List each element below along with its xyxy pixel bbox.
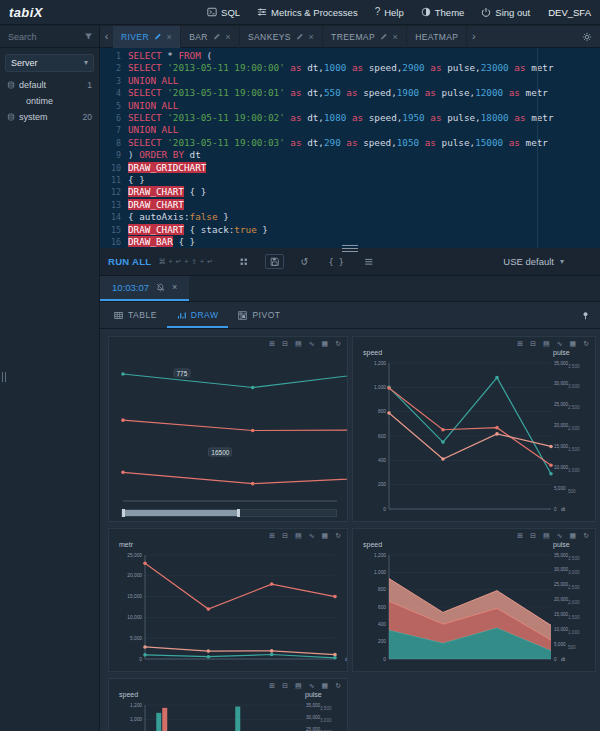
switch-bar-icon[interactable]: ⊟ bbox=[282, 682, 288, 690]
session-tab[interactable]: 10:03:07 × bbox=[100, 276, 189, 301]
braces-icon[interactable]: { } bbox=[318, 254, 353, 270]
restore-icon[interactable]: ↻ bbox=[335, 682, 341, 690]
switch-bar-icon[interactable]: ⊟ bbox=[282, 532, 288, 540]
pencil-icon[interactable] bbox=[213, 33, 221, 41]
grid-view-icon[interactable]: ▦ bbox=[570, 340, 577, 348]
svg-text:500: 500 bbox=[568, 645, 576, 650]
close-icon[interactable]: × bbox=[225, 32, 231, 42]
close-icon[interactable]: × bbox=[308, 32, 314, 42]
run-shortcut-hint: ⌘ + ↵ + ⇧ + ↵ bbox=[158, 258, 213, 266]
tree-item-label: ontime bbox=[26, 96, 53, 106]
tabs-scroll-right-icon[interactable]: › bbox=[467, 31, 480, 42]
svg-text:20,000: 20,000 bbox=[554, 597, 568, 602]
query-tab-bar[interactable]: BAR× bbox=[181, 26, 240, 48]
data-zoom-slider[interactable] bbox=[121, 509, 337, 517]
svg-text:200: 200 bbox=[378, 482, 386, 487]
svg-text:500: 500 bbox=[568, 489, 576, 494]
query-tab-river[interactable]: RIVER× bbox=[113, 26, 181, 48]
restore-icon[interactable]: ↻ bbox=[335, 340, 341, 348]
run-toolbar: RUN ALL ⌘ + ↵ + ⇧ + ↵ ↺{ } USE default ▾ bbox=[100, 248, 600, 276]
data-view-icon[interactable]: ▤ bbox=[543, 340, 550, 348]
switch-bar-icon[interactable]: ⊟ bbox=[282, 340, 288, 348]
svg-text:35,000: 35,000 bbox=[554, 361, 568, 366]
code-line-text: DRAW_BAR { } bbox=[128, 236, 195, 248]
result-session-tabs: 10:03:07 × bbox=[100, 276, 600, 302]
run-all-button[interactable]: RUN ALL bbox=[108, 256, 151, 267]
format-icon[interactable] bbox=[229, 254, 259, 270]
query-tab-heatmap[interactable]: HEATMAP bbox=[407, 26, 467, 48]
result-tab-table[interactable]: TABLE bbox=[104, 302, 167, 328]
data-view-icon[interactable]: ▤ bbox=[295, 532, 302, 540]
pencil-icon[interactable] bbox=[154, 33, 162, 41]
restore-icon[interactable]: ↻ bbox=[583, 340, 589, 348]
code-line-text: { autoAxis:false } bbox=[128, 211, 229, 223]
use-database-select[interactable]: USE default ▾ bbox=[503, 256, 564, 267]
svg-text:25,000: 25,000 bbox=[127, 553, 142, 558]
sql-editor[interactable]: 1SELECT * FROM (2SELECT '2013-05-11 19:0… bbox=[100, 48, 600, 248]
line-number: 15 bbox=[100, 224, 128, 236]
grid-view-icon[interactable]: ▦ bbox=[322, 532, 329, 540]
switch-bar-icon[interactable]: ⊟ bbox=[530, 340, 536, 348]
query-tab-sankeys[interactable]: SANKEYS× bbox=[240, 26, 323, 48]
switch-bar-icon[interactable]: ⊟ bbox=[530, 532, 536, 540]
switch-line-icon[interactable]: ∿ bbox=[557, 340, 563, 348]
server-select[interactable]: Server ▾ bbox=[5, 54, 94, 72]
sidebar-resize-handle[interactable] bbox=[2, 372, 6, 382]
switch-line-icon[interactable]: ∿ bbox=[309, 340, 315, 348]
switch-chart-icon[interactable]: ⊞ bbox=[269, 682, 275, 690]
topnav-sign-out-label: Sing out bbox=[495, 7, 530, 18]
environment-label: DEV_SFA bbox=[530, 7, 600, 18]
line-number: 9 bbox=[100, 149, 128, 161]
axis-title-right: pulse bbox=[553, 349, 570, 356]
filter-icon[interactable] bbox=[84, 32, 93, 41]
history-icon[interactable]: ↺ bbox=[290, 254, 318, 270]
pencil-icon[interactable] bbox=[380, 33, 388, 41]
close-icon[interactable]: × bbox=[166, 32, 172, 42]
chart-toolbox: ⊞⊟▤∿▦↻ bbox=[517, 532, 589, 540]
switch-line-icon[interactable]: ∿ bbox=[309, 682, 315, 690]
data-view-icon[interactable]: ▤ bbox=[295, 682, 302, 690]
pencil-icon[interactable] bbox=[296, 33, 304, 41]
request-list-icon[interactable] bbox=[354, 254, 384, 270]
tabs-scroll-left-icon[interactable]: ‹ bbox=[100, 31, 113, 42]
grid-view-icon[interactable]: ▦ bbox=[322, 340, 329, 348]
tabs-settings-gear-icon[interactable] bbox=[574, 32, 600, 42]
grid-view-icon[interactable]: ▦ bbox=[322, 682, 329, 690]
switch-chart-icon[interactable]: ⊞ bbox=[269, 532, 275, 540]
editor-resize-handle[interactable] bbox=[342, 243, 358, 252]
result-tab-draw[interactable]: DRAW bbox=[167, 302, 229, 328]
topnav-metrics-processes[interactable]: Metrics & Processes bbox=[257, 7, 358, 18]
query-tab-treemap[interactable]: TREEMAP× bbox=[323, 26, 407, 48]
topnav-sql[interactable]: SQL bbox=[207, 7, 240, 18]
sidebar-item-system[interactable]: system20 bbox=[0, 109, 99, 125]
sidebar-item-ontime[interactable]: ontime bbox=[0, 93, 99, 109]
charts-grid: ⊞⊟▤∿▦↻77516500⊞⊟▤∿▦↻speedpulse1,2001,000… bbox=[100, 329, 600, 731]
search-input[interactable] bbox=[6, 31, 84, 43]
pin-icon[interactable] bbox=[581, 311, 600, 320]
save-icon[interactable] bbox=[265, 254, 285, 270]
restore-icon[interactable]: ↻ bbox=[583, 532, 589, 540]
bell-off-icon[interactable] bbox=[156, 283, 165, 292]
switch-chart-icon[interactable]: ⊞ bbox=[517, 340, 523, 348]
chart-annotation: 775 bbox=[173, 368, 190, 377]
grid-view-icon[interactable]: ▦ bbox=[570, 532, 577, 540]
code-line: 2SELECT '2013-05-11 19:00:00' as dt,1000… bbox=[100, 62, 600, 74]
result-tab-pivot[interactable]: PIVOT bbox=[228, 302, 290, 328]
switch-chart-icon[interactable]: ⊞ bbox=[517, 532, 523, 540]
topnav-theme[interactable]: Theme bbox=[421, 7, 465, 18]
data-view-icon[interactable]: ▤ bbox=[295, 340, 302, 348]
code-line-text: UNION ALL bbox=[128, 75, 178, 87]
topnav-sign-out[interactable]: Sing out bbox=[481, 7, 530, 18]
switch-line-icon[interactable]: ∿ bbox=[309, 532, 315, 540]
switch-chart-icon[interactable]: ⊞ bbox=[269, 340, 275, 348]
topnav-help[interactable]: ?Help bbox=[375, 7, 404, 18]
sidebar-item-default[interactable]: default1 bbox=[0, 77, 99, 93]
restore-icon[interactable]: ↻ bbox=[335, 532, 341, 540]
table-icon bbox=[114, 311, 123, 320]
close-icon[interactable]: × bbox=[172, 283, 177, 292]
data-view-icon[interactable]: ▤ bbox=[543, 532, 550, 540]
chart-toolbox: ⊞⊟▤∿▦↻ bbox=[517, 340, 589, 348]
svg-text:25,000: 25,000 bbox=[306, 727, 320, 731]
close-icon[interactable]: × bbox=[393, 32, 399, 42]
switch-line-icon[interactable]: ∿ bbox=[557, 532, 563, 540]
